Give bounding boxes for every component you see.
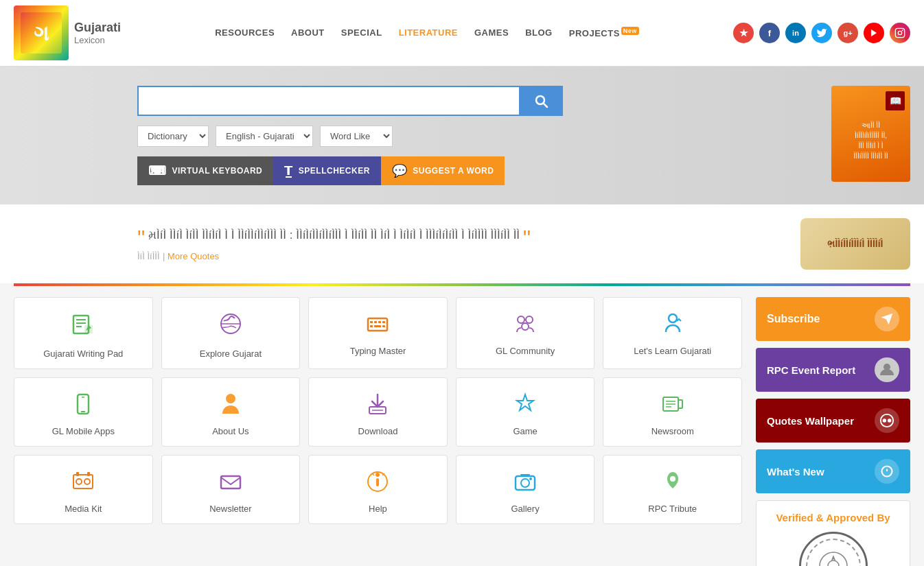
hero-book-image[interactable]: 📖 આ઼ÌÌ ÌÌÌíÌÌÌíÌíÌÌÌÌÌ ÌÌ,ÌÌÌ ÌÌÌíÌ Ì ÌÌ… bbox=[831, 86, 910, 182]
subscribe-button[interactable]: Subscribe bbox=[756, 297, 910, 341]
match-dropdown[interactable]: Word Like Starts With Ends With bbox=[320, 126, 393, 147]
about-icon bbox=[218, 392, 243, 419]
rpc-tribute-label: RPC Tribute bbox=[648, 504, 697, 514]
subscribe-icon bbox=[875, 307, 899, 331]
gallery-label: Gallery bbox=[511, 504, 540, 514]
newsletter-label: Newsletter bbox=[209, 504, 251, 514]
svg-point-22 bbox=[669, 314, 677, 322]
grid-item-help[interactable]: Help bbox=[308, 455, 448, 524]
rpc-person-avatar bbox=[875, 357, 899, 382]
language-dropdown[interactable]: English - Gujarati Gujarati - English bbox=[216, 126, 313, 147]
grid-item-rpc[interactable]: RPC Tribute bbox=[603, 455, 742, 524]
nav-literature[interactable]: LITERATURE bbox=[399, 27, 458, 38]
youtube-icon[interactable] bbox=[864, 23, 884, 43]
game-label: Game bbox=[513, 426, 537, 436]
search-input[interactable] bbox=[137, 86, 519, 116]
social-icons: ★ f in g+ bbox=[733, 23, 910, 43]
logo-text: Gujarati Lexicon bbox=[74, 21, 121, 45]
tool-buttons: ⌨ VIRTUAL KEYBOARD T̲ SPELLCHECKER 💬 SUG… bbox=[137, 156, 563, 185]
bhagavad-logo[interactable]: ભ઼ÌÌíÌÌíÌÌÌíÌ ÌÌÌÌíÌ bbox=[800, 218, 910, 270]
svg-point-49 bbox=[888, 419, 891, 422]
grid-item-game[interactable]: Game bbox=[456, 377, 595, 447]
nav-special[interactable]: SPECIAL bbox=[341, 27, 382, 38]
grid-item-media[interactable]: Media Kit bbox=[14, 455, 153, 524]
nav-resources[interactable]: RESOURCES bbox=[215, 27, 275, 38]
subscribe-label: Subscribe bbox=[767, 313, 820, 325]
grid-item-learn[interactable]: Let's Learn Gujarati bbox=[603, 297, 742, 369]
grid-item-gallery[interactable]: Gallery bbox=[456, 455, 595, 524]
grid-item-community[interactable]: GL Community bbox=[456, 297, 595, 369]
newsroom-icon bbox=[660, 392, 685, 419]
nav-about[interactable]: ABOUT bbox=[291, 27, 325, 38]
rpc-icon bbox=[660, 469, 685, 497]
svg-rect-15 bbox=[382, 321, 385, 323]
svg-point-20 bbox=[526, 316, 533, 323]
svg-point-4 bbox=[898, 31, 901, 34]
virtual-keyboard-button[interactable]: ⌨ VIRTUAL KEYBOARD bbox=[137, 156, 273, 185]
mobile-label: GL Mobile Apps bbox=[52, 426, 115, 436]
favorite-icon[interactable]: ★ bbox=[733, 23, 754, 43]
rpc-event-button[interactable]: RPC Event Report bbox=[756, 348, 910, 392]
verified-seal: સ bbox=[799, 532, 868, 566]
quote-footer: ÌíÌ ÌíÌÌÌ | More Quotes bbox=[137, 250, 780, 262]
learn-icon bbox=[660, 311, 685, 339]
explore-label: Explore Gujarat bbox=[200, 349, 262, 359]
learn-label: Let's Learn Gujarati bbox=[634, 346, 711, 356]
svg-point-36 bbox=[84, 479, 90, 484]
newsletter-icon bbox=[218, 469, 243, 497]
gallery-icon bbox=[513, 469, 538, 497]
writing-pad-icon bbox=[71, 311, 95, 342]
grid-item-newsroom[interactable]: Newsroom bbox=[603, 377, 742, 447]
nav-games[interactable]: GAMES bbox=[474, 27, 509, 38]
search-button[interactable] bbox=[519, 86, 563, 116]
grid-item-mobile[interactable]: GL Mobile Apps bbox=[14, 377, 153, 447]
svg-rect-18 bbox=[382, 325, 385, 327]
community-label: GL Community bbox=[496, 346, 555, 356]
seal-inner: સ bbox=[806, 539, 861, 566]
grid-item-explore[interactable]: Explore Gujarat bbox=[161, 297, 301, 369]
instagram-icon[interactable] bbox=[890, 23, 910, 43]
quote-area: " મ઼ÌíÌ ÌÌíÌ ÌíÌÌ ÌÌíÌíÌ Ì Ì ÌÌíÌÌíÌÌíÌÌ… bbox=[137, 226, 780, 262]
svg-rect-14 bbox=[378, 321, 381, 323]
grid-item-download[interactable]: Download bbox=[308, 377, 448, 447]
logo-area: ગ Gujarati Lexicon bbox=[14, 5, 121, 60]
svg-point-45 bbox=[670, 476, 675, 482]
grid-row-1: Gujarati Writing Pad Explore Gujarat Typ… bbox=[14, 297, 742, 369]
grid-item-newsletter[interactable]: Newsletter bbox=[161, 455, 301, 524]
whats-new-button[interactable]: What's New bbox=[756, 449, 910, 493]
media-label: Media Kit bbox=[65, 504, 102, 514]
nav-blog[interactable]: BLOG bbox=[525, 27, 553, 38]
logo-title: Gujarati bbox=[74, 21, 121, 35]
svg-point-44 bbox=[529, 477, 532, 480]
grid-item-about[interactable]: About Us bbox=[161, 377, 301, 447]
more-quotes-link[interactable]: More Quotes bbox=[168, 251, 219, 261]
facebook-icon[interactable]: f bbox=[759, 23, 780, 43]
verified-box: Verified & Approved By સ bbox=[756, 500, 910, 566]
quotes-wallpaper-button[interactable]: Quotes Wallpaper bbox=[756, 399, 910, 443]
grid-item-writing-pad[interactable]: Gujarati Writing Pad bbox=[14, 297, 153, 369]
logo-icon[interactable]: ગ bbox=[14, 5, 69, 60]
writing-pad-label: Gujarati Writing Pad bbox=[43, 349, 123, 359]
googleplus-icon[interactable]: g+ bbox=[838, 23, 858, 43]
logo-subtitle: Lexicon bbox=[74, 35, 121, 45]
quote-author: ÌíÌ ÌíÌÌÌ bbox=[137, 251, 160, 261]
linkedin-icon[interactable]: in bbox=[785, 23, 806, 43]
svg-rect-11 bbox=[368, 318, 387, 331]
spellchecker-button[interactable]: T̲ SPELLCHECKER bbox=[273, 156, 381, 185]
nav-projects[interactable]: PROJECTSNew bbox=[569, 27, 639, 38]
svg-point-40 bbox=[376, 473, 380, 477]
main-nav: RESOURCES ABOUT SPECIAL LITERATURE GAMES… bbox=[215, 27, 639, 38]
help-label: Help bbox=[369, 504, 387, 514]
keyboard-icon: ⌨ bbox=[148, 163, 167, 178]
media-icon bbox=[71, 469, 95, 497]
grid-item-typing[interactable]: Typing Master bbox=[308, 297, 448, 369]
svg-point-26 bbox=[226, 394, 235, 403]
keyboard-label: VIRTUAL KEYBOARD bbox=[172, 166, 263, 176]
main-content: Gujarati Writing Pad Explore Gujarat Typ… bbox=[0, 286, 924, 566]
type-dropdown[interactable]: Dictionary Thesaurus bbox=[137, 126, 209, 147]
suggest-word-button[interactable]: 💬 SUGGEST A WORD bbox=[381, 156, 505, 185]
quote-divider: | bbox=[163, 251, 168, 261]
suggest-label: SUGGEST A WORD bbox=[413, 166, 494, 176]
twitter-icon[interactable] bbox=[811, 23, 832, 43]
sidebar: Subscribe RPC Event Report Quotes Wallpa… bbox=[756, 297, 910, 566]
